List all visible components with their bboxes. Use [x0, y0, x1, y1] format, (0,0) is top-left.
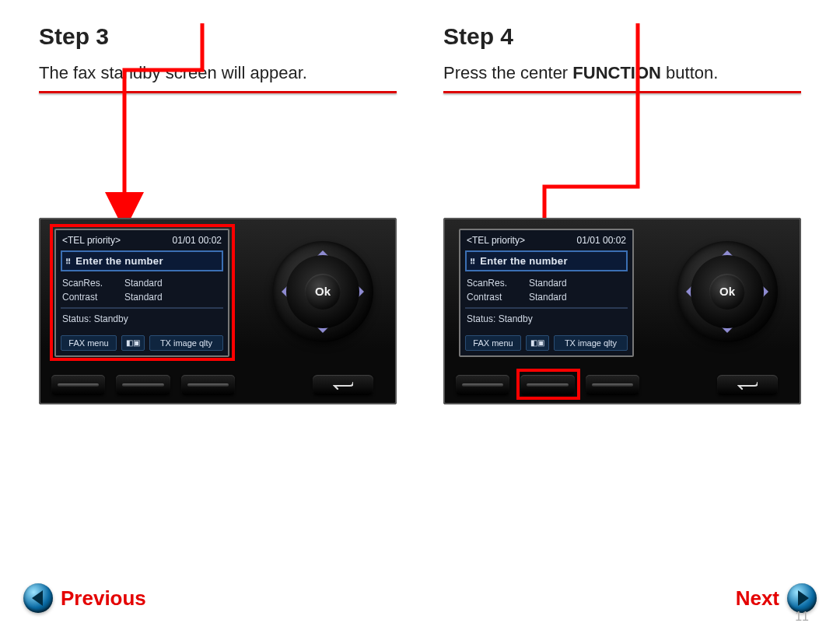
lcd-row-val: Standard — [529, 292, 567, 303]
back-button[interactable] — [717, 375, 778, 395]
soft-key-right[interactable] — [181, 375, 235, 395]
soft-keys-row — [51, 375, 235, 395]
step4-description: Press the center FUNCTION button. — [443, 62, 801, 85]
dpad[interactable]: Ok — [272, 241, 373, 342]
soft-keys-row — [456, 375, 639, 395]
soft-key-left[interactable] — [456, 375, 509, 395]
soft-key-right[interactable] — [586, 375, 639, 395]
soft-key-left[interactable] — [51, 375, 105, 395]
lcd-row-val: Standard — [124, 292, 163, 303]
dpad-right-icon[interactable] — [762, 285, 775, 298]
soft-key-center[interactable] — [520, 375, 574, 395]
previous-icon — [23, 583, 53, 613]
next-icon — [787, 583, 817, 613]
lcd-screen: <TEL priority> 01/01 00:02 Enter the num… — [54, 229, 229, 357]
previous-button[interactable]: Previous — [23, 583, 146, 613]
lcd-tab-faxmenu: FAX menu — [61, 335, 117, 351]
lcd-header-right: 01/01 00:02 — [173, 235, 222, 246]
back-icon — [333, 380, 353, 390]
next-button[interactable]: Next — [736, 583, 817, 613]
lcd-tab-faxmenu: FAX menu — [465, 335, 521, 351]
lcd-tab-mid: ◧▣ — [526, 335, 549, 351]
step3-column: Step 3 The fax standby screen will appea… — [39, 23, 397, 404]
ok-button[interactable]: Ok — [709, 274, 745, 310]
lcd-entry-field: Enter the number — [61, 250, 223, 271]
step3-title: Step 3 — [39, 23, 397, 50]
dpad-down-icon[interactable] — [317, 327, 329, 339]
lcd-tab-tximage: TX image qlty — [149, 335, 223, 351]
lcd-status: Status: Standby — [61, 312, 223, 326]
lcd-row-val: Standard — [529, 278, 567, 289]
ok-button[interactable]: Ok — [305, 274, 341, 310]
lcd-row-val: Standard — [124, 278, 163, 289]
dpad-down-icon[interactable] — [721, 327, 733, 339]
lcd-header-left: <TEL priority> — [467, 235, 525, 246]
lcd-header-left: <TEL priority> — [62, 235, 121, 246]
next-label: Next — [736, 586, 779, 611]
step4-title: Step 4 — [443, 23, 801, 50]
lcd-row-key: Contrast — [467, 292, 529, 303]
step4-column: Step 4 Press the center FUNCTION button.… — [443, 23, 801, 404]
device-panel-step4: <TEL priority> 01/01 00:02 Enter the num… — [443, 218, 801, 404]
page-number: 11 — [795, 610, 809, 624]
lcd-status: Status: Standby — [465, 312, 628, 326]
step3-description: The fax standby screen will appear. — [39, 62, 397, 85]
lcd-screen: <TEL priority> 01/01 00:02 Enter the num… — [459, 229, 634, 357]
back-icon — [737, 380, 758, 390]
soft-key-center[interactable] — [116, 375, 170, 395]
red-underline — [39, 91, 397, 93]
red-underline — [443, 91, 801, 93]
lcd-row-key: Contrast — [62, 292, 124, 303]
lcd-entry-field: Enter the number — [465, 250, 628, 271]
lcd-tab-tximage: TX image qlty — [554, 335, 628, 351]
lcd-row-key: ScanRes. — [62, 278, 124, 289]
lcd-tab-mid: ◧▣ — [121, 335, 145, 351]
device-panel-step3: <TEL priority> 01/01 00:02 Enter the num… — [39, 218, 397, 404]
previous-label: Previous — [61, 586, 146, 611]
dpad[interactable]: Ok — [677, 241, 778, 342]
back-button[interactable] — [313, 375, 373, 395]
lcd-row-key: ScanRes. — [467, 278, 529, 289]
dpad-right-icon[interactable] — [358, 285, 370, 298]
lcd-header-right: 01/01 00:02 — [577, 235, 626, 246]
